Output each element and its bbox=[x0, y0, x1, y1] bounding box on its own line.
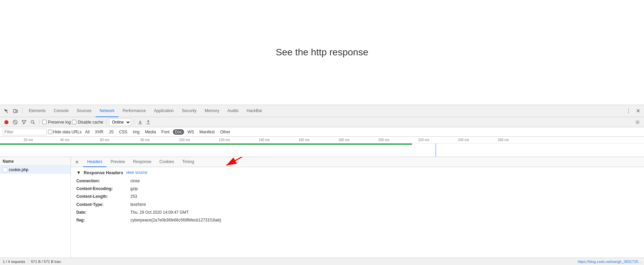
details-tab-cookies[interactable]: Cookies bbox=[155, 157, 178, 167]
tick-120ms: 120 ms bbox=[219, 138, 230, 142]
inspect-icon-btn[interactable] bbox=[1, 106, 11, 116]
disable-cache-checkbox-label[interactable]: Disable cache bbox=[72, 120, 103, 125]
tick-60ms: 60 ms bbox=[100, 138, 109, 142]
filter-manifest-btn[interactable]: Manifest bbox=[198, 129, 217, 135]
clear-btn[interactable] bbox=[11, 118, 19, 126]
transferred-size: 571 B / 571 B tran bbox=[31, 260, 61, 264]
tab-network[interactable]: Network bbox=[96, 105, 119, 117]
files-header: Name bbox=[0, 157, 71, 166]
preserve-log-checkbox-label[interactable]: Preserve log bbox=[42, 120, 71, 125]
toolbar-sep-1 bbox=[39, 120, 40, 125]
status-sep bbox=[28, 260, 28, 264]
search-icon-btn[interactable] bbox=[29, 118, 36, 126]
filter-all-btn[interactable]: All bbox=[83, 129, 92, 135]
tick-20ms: 20 ms bbox=[24, 138, 33, 142]
svg-line-6 bbox=[33, 123, 35, 124]
tab-separator bbox=[22, 108, 23, 114]
filter-css-btn[interactable]: CSS bbox=[117, 129, 129, 135]
tab-application[interactable]: Application bbox=[150, 105, 178, 117]
filter-icon-btn[interactable] bbox=[20, 118, 28, 126]
close-details-btn[interactable]: ✕ bbox=[74, 159, 80, 165]
url-display: https://blog.csdn.net/weigh_0831725... bbox=[578, 260, 641, 264]
header-row-content-encoding: Content-Encoding: gzip bbox=[76, 185, 639, 193]
timeline-ruler: 20 ms 40 ms 60 ms 80 ms 100 ms 120 ms 14… bbox=[0, 137, 644, 143]
tab-memory[interactable]: Memory bbox=[201, 105, 223, 117]
tab-hackbar[interactable]: HackBar bbox=[243, 105, 266, 117]
tab-performance[interactable]: Performance bbox=[119, 105, 150, 117]
files-panel: Name cookie.php bbox=[0, 157, 71, 258]
header-row-content-type: Content-Type: text/html bbox=[76, 201, 639, 209]
tab-console[interactable]: Console bbox=[50, 105, 73, 117]
svg-rect-1 bbox=[16, 110, 18, 112]
header-row-content-length: Content-Length: 253 bbox=[76, 193, 639, 201]
details-tab-timing[interactable]: Timing bbox=[178, 157, 198, 167]
device-toggle-btn[interactable] bbox=[11, 106, 20, 116]
filter-js-btn[interactable]: JS bbox=[107, 129, 115, 135]
svg-point-9 bbox=[637, 122, 638, 123]
details-tab-headers[interactable]: Headers bbox=[83, 157, 106, 167]
tick-220ms: 220 ms bbox=[418, 138, 429, 142]
tab-security[interactable]: Security bbox=[178, 105, 201, 117]
filter-xhr-btn[interactable]: XHR bbox=[93, 129, 105, 135]
status-bar: 1 / 4 requests 571 B / 571 B tran https:… bbox=[0, 258, 644, 265]
tick-180ms: 180 ms bbox=[338, 138, 350, 142]
tick-160ms: 160 ms bbox=[299, 138, 310, 142]
tick-40ms: 40 ms bbox=[60, 138, 69, 142]
details-tab-response[interactable]: Response bbox=[129, 157, 155, 167]
tick-260ms: 260 ms bbox=[498, 138, 509, 142]
header-row-flag: flag: cyberpeace{2a7e0b36fe66c569fbfecb1… bbox=[76, 216, 639, 224]
export-har-btn[interactable] bbox=[145, 119, 152, 126]
throttle-select[interactable]: Online bbox=[109, 118, 131, 126]
header-row-connection: Connection: close bbox=[76, 177, 639, 185]
filter-doc-btn[interactable]: Doc bbox=[173, 129, 184, 135]
devtools-panel: Elements Console Sources Network Perform… bbox=[0, 105, 644, 265]
network-settings-btn[interactable] bbox=[634, 118, 641, 126]
devtools-tab-bar: Elements Console Sources Network Perform… bbox=[0, 105, 644, 117]
details-panel: ✕ Headers Preview Response Cookies Timin… bbox=[71, 157, 644, 258]
requests-count: 1 / 4 requests bbox=[3, 260, 25, 264]
hide-data-urls-label[interactable]: Hide data URLs bbox=[48, 130, 82, 134]
section-title: Response Headers bbox=[84, 170, 123, 175]
section-header: ▼ Response Headers view source bbox=[76, 170, 639, 175]
tick-200ms: 200 ms bbox=[378, 138, 389, 142]
tick-240ms: 240 ms bbox=[458, 138, 469, 142]
file-item-cookie-php[interactable]: cookie.php bbox=[0, 166, 71, 174]
preserve-log-checkbox[interactable] bbox=[42, 120, 47, 124]
timeline-bar: 20 ms 40 ms 60 ms 80 ms 100 ms 120 ms 14… bbox=[0, 137, 644, 157]
timeline-green-bar bbox=[0, 143, 412, 145]
toolbar-sep-3 bbox=[134, 120, 134, 125]
tick-140ms: 140 ms bbox=[259, 138, 270, 142]
close-devtools-btn[interactable]: ✕ bbox=[633, 106, 643, 116]
toolbar-sep-2 bbox=[106, 120, 106, 125]
disable-cache-checkbox[interactable] bbox=[72, 120, 76, 124]
file-icon bbox=[3, 167, 7, 172]
filter-font-btn[interactable]: Font bbox=[159, 129, 172, 135]
more-tabs-btn[interactable]: ⋮ bbox=[624, 106, 633, 116]
tick-80ms: 80 ms bbox=[140, 138, 150, 142]
hide-data-urls-checkbox[interactable] bbox=[48, 130, 52, 134]
filter-media-btn[interactable]: Media bbox=[143, 129, 158, 135]
record-btn[interactable] bbox=[3, 118, 10, 126]
svg-rect-0 bbox=[14, 109, 16, 113]
filter-bar: Hide data URLs All XHR JS CSS Img Media … bbox=[0, 127, 644, 137]
view-source-link[interactable]: view source bbox=[126, 170, 147, 175]
filter-input[interactable] bbox=[3, 129, 47, 135]
header-row-date: Date: Thu, 29 Oct 2020 14:09:47 GMT bbox=[76, 209, 639, 216]
filter-ws-btn[interactable]: WS bbox=[185, 129, 196, 135]
details-tabs: ✕ Headers Preview Response Cookies Timin… bbox=[71, 157, 644, 167]
response-headers-section: ▼ Response Headers view source Connectio… bbox=[71, 167, 644, 227]
import-har-btn[interactable] bbox=[137, 119, 144, 126]
tick-100ms: 100 ms bbox=[179, 138, 190, 142]
page-heading: See the http response bbox=[276, 47, 368, 58]
network-toolbar: Preserve log Disable cache Online bbox=[0, 117, 644, 127]
filter-other-btn[interactable]: Other bbox=[218, 129, 232, 135]
svg-point-5 bbox=[31, 121, 34, 123]
details-tab-preview[interactable]: Preview bbox=[106, 157, 129, 167]
tab-audits[interactable]: Audits bbox=[223, 105, 242, 117]
tab-sources[interactable]: Sources bbox=[73, 105, 96, 117]
network-content: Name cookie.php ✕ Headers Preview Respon… bbox=[0, 157, 644, 258]
tab-elements[interactable]: Elements bbox=[25, 105, 50, 117]
filter-img-btn[interactable]: Img bbox=[131, 129, 141, 135]
main-page-area: See the http response bbox=[0, 0, 644, 105]
timeline-cursor-line bbox=[436, 143, 436, 157]
